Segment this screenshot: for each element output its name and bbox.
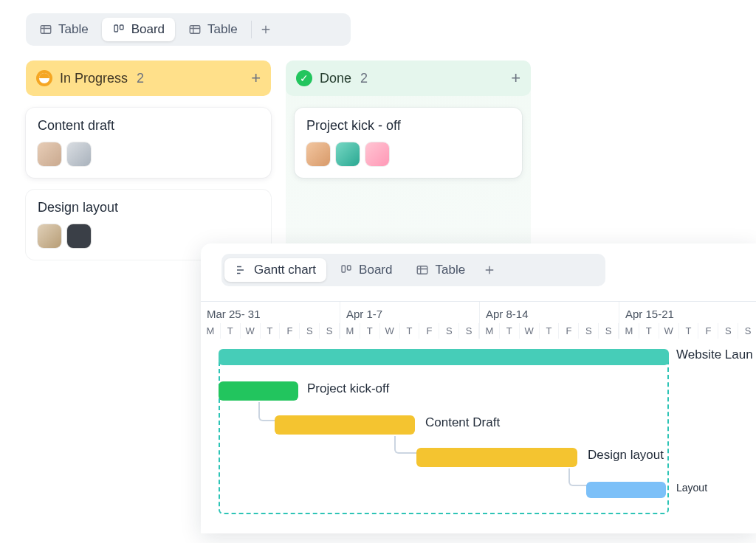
timeline-day: W xyxy=(380,323,400,339)
tab-table-1[interactable]: Table xyxy=(29,18,99,41)
timeline-day: F xyxy=(280,323,300,339)
timeline-day: M xyxy=(480,323,500,339)
gantt-view-tabs: Gantt chart Board Table xyxy=(221,254,605,286)
avatar[interactable] xyxy=(67,142,91,166)
gantt-bar[interactable] xyxy=(416,448,577,467)
card-avatars xyxy=(38,142,259,166)
timeline-day: T xyxy=(221,323,241,339)
timeline-day: T xyxy=(639,323,659,339)
gantt-bar-label: Design layout xyxy=(588,448,664,463)
timeline-day: S xyxy=(579,323,599,339)
week-range-label: Apr 1-7 xyxy=(340,302,479,323)
column-count: 2 xyxy=(360,71,368,86)
gantt-bar[interactable] xyxy=(219,381,298,401)
avatar[interactable] xyxy=(38,224,61,248)
column-header[interactable]: In Progress 2 + xyxy=(26,60,271,96)
timeline-day: S xyxy=(320,323,340,339)
card-title: Design layout xyxy=(38,200,259,215)
done-icon: ✓ xyxy=(296,70,312,86)
timeline-day: W xyxy=(659,323,679,339)
column-title: In Progress xyxy=(60,71,128,86)
timeline-day: S xyxy=(599,323,619,339)
timeline-day: M xyxy=(201,323,221,339)
gantt-body[interactable]: Website Laun Project kick-off Content Dr… xyxy=(201,342,756,533)
table-icon xyxy=(188,23,202,36)
tab-table-2[interactable]: Table xyxy=(178,18,248,41)
timeline-day: S xyxy=(439,323,459,339)
week-range-label: Mar 25- 31 xyxy=(201,302,340,323)
add-view-button[interactable] xyxy=(478,259,501,281)
timeline-week: Apr 8-14MTWTFSS xyxy=(480,302,619,339)
timeline-day: F xyxy=(419,323,439,339)
timeline-day: T xyxy=(540,323,560,339)
tab-label: Board xyxy=(131,22,165,37)
tab-table[interactable]: Table xyxy=(405,258,475,282)
card-title: Content draft xyxy=(38,118,259,134)
column-title: Done xyxy=(320,71,351,86)
tab-gantt[interactable]: Gantt chart xyxy=(224,258,326,282)
add-view-button[interactable] xyxy=(255,18,277,41)
timeline-header: Mar 25- 31MTWTFSSApr 1-7MTWTFSSApr 8-14M… xyxy=(201,301,756,339)
card[interactable]: Project kick - off xyxy=(295,108,522,178)
svg-rect-2 xyxy=(120,25,123,30)
tab-label: Table xyxy=(58,22,89,37)
timeline-day: T xyxy=(360,323,380,339)
timeline-day: F xyxy=(559,323,579,339)
tab-label: Table xyxy=(435,263,465,277)
tab-board[interactable]: Board xyxy=(102,18,175,41)
card-title: Project kick - off xyxy=(306,118,510,134)
table-icon xyxy=(39,23,52,36)
tab-label: Gantt chart xyxy=(254,263,316,277)
column-done: ✓ Done 2 + Project kick - off xyxy=(286,60,531,267)
timeline-day: S xyxy=(738,323,756,339)
avatar[interactable] xyxy=(38,142,61,166)
timeline-week: Apr 15-21MTWTFSS xyxy=(619,302,756,339)
gantt-bar-label: Layout xyxy=(676,482,707,494)
svg-rect-6 xyxy=(418,266,428,274)
tab-label: Board xyxy=(359,263,392,277)
in-progress-icon xyxy=(36,70,52,86)
timeline-day: S xyxy=(300,323,320,339)
gantt-icon xyxy=(235,263,248,277)
board-icon xyxy=(340,263,353,277)
avatar[interactable] xyxy=(336,142,360,166)
timeline-day: S xyxy=(459,323,479,339)
timeline-day: F xyxy=(698,323,718,339)
gantt-panel: Gantt chart Board Table Mar 25- 31MTWTFS… xyxy=(201,243,756,533)
tab-board[interactable]: Board xyxy=(329,258,402,282)
gantt-bar-label: Website Laun xyxy=(676,347,753,362)
timeline-day: T xyxy=(679,323,699,339)
column-in-progress: In Progress 2 + Content draft Design lay… xyxy=(26,60,271,267)
gantt-bar[interactable] xyxy=(586,482,666,498)
gantt-bar[interactable] xyxy=(275,415,415,435)
timeline-week: Mar 25- 31MTWTFSS xyxy=(201,302,340,339)
avatar[interactable] xyxy=(67,224,91,248)
svg-rect-0 xyxy=(41,26,51,34)
board-view-tabs: Table Board Table xyxy=(26,13,351,46)
gantt-bar-label: Project kick-off xyxy=(307,381,389,396)
timeline-day: M xyxy=(340,323,360,339)
svg-rect-1 xyxy=(114,25,118,32)
card-avatars xyxy=(306,142,510,166)
timeline-day: M xyxy=(619,323,639,339)
gantt-bar-project[interactable] xyxy=(219,349,669,365)
divider xyxy=(251,21,252,38)
avatar[interactable] xyxy=(306,142,330,166)
card[interactable]: Content draft xyxy=(26,108,271,178)
week-range-label: Apr 15-21 xyxy=(619,302,756,323)
column-header[interactable]: ✓ Done 2 + xyxy=(286,60,531,96)
timeline-day: W xyxy=(241,323,261,339)
add-card-button[interactable]: + xyxy=(511,70,520,86)
svg-rect-5 xyxy=(348,266,351,270)
timeline-day: T xyxy=(400,323,420,339)
timeline-week: Apr 1-7MTWTFSS xyxy=(340,302,480,339)
board-icon xyxy=(112,23,126,36)
timeline-day: T xyxy=(261,323,281,339)
avatar[interactable] xyxy=(365,142,389,166)
timeline-day: S xyxy=(718,323,738,339)
timeline-day: T xyxy=(500,323,520,339)
column-count: 2 xyxy=(137,71,144,86)
svg-rect-4 xyxy=(342,266,346,272)
add-card-button[interactable]: + xyxy=(251,70,261,86)
timeline-day: W xyxy=(520,323,540,339)
